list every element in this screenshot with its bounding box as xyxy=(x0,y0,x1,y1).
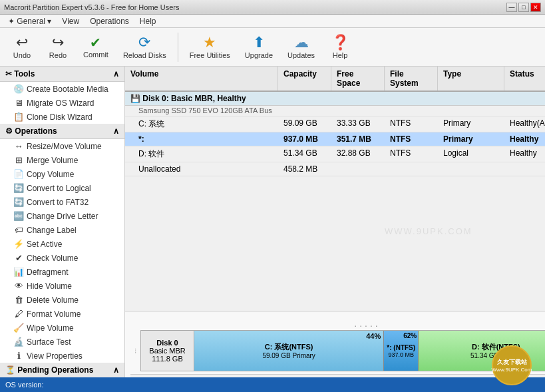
sidebar-item-format-volume[interactable]: 🖊 Format Volume xyxy=(0,307,124,321)
help-icon: ❓ xyxy=(331,35,349,50)
undo-icon: ↩ xyxy=(16,35,28,50)
bootable-icon: 💿 xyxy=(13,84,24,94)
td-capacity-star: 937.0 MB xyxy=(278,132,331,146)
td-volume-d: D: 软件 xyxy=(125,146,278,162)
sidebar-item-convert-logical[interactable]: 🔄 Convert to Logical xyxy=(0,181,124,195)
window-controls: — □ ✕ xyxy=(506,3,541,12)
sidebar-item-merge[interactable]: ⊞ Merge Volume xyxy=(0,153,124,167)
sidebar-item-migrate-os[interactable]: 🖥 Migrate OS Wizard xyxy=(0,96,124,110)
upgrade-icon: ⬆ xyxy=(253,35,265,50)
undo-button[interactable]: ↩ Undo xyxy=(5,32,39,63)
td-volume-star: *: xyxy=(125,132,278,146)
td-filesystem-unalloc xyxy=(385,162,438,176)
tools-header[interactable]: ✂ Tools ∧ xyxy=(0,67,124,82)
menu-bar: ✦ General ▾ View Operations Help xyxy=(0,15,545,28)
disk0-size: 111.8 GB xyxy=(152,355,182,363)
redo-button[interactable]: ↪ Redo xyxy=(41,32,75,63)
td-volume-unalloc: Unallocated xyxy=(125,162,278,176)
utilities-button[interactable]: ★ Free Utilities xyxy=(184,32,236,63)
left-vertical-dots: ··· xyxy=(130,348,140,353)
set-active-icon: ⚡ xyxy=(13,239,24,249)
maximize-button[interactable]: □ xyxy=(518,3,529,12)
dots-separator: ..... xyxy=(130,318,545,329)
disk0-name: Disk 0 xyxy=(156,339,178,347)
toolbar-separator xyxy=(178,33,178,62)
watermark-badge: 久友下载站 Www.9UPK.Com xyxy=(492,345,532,385)
reload-button[interactable]: ⟳ Reload Disks xyxy=(117,32,172,63)
tools-section: ✂ Tools ∧ 💿 Create Bootable Media 🖥 Migr… xyxy=(0,67,124,124)
resize-icon: ↔ xyxy=(13,141,24,151)
title-text: Macrorit Partition Expert v5.3.6 - Free … xyxy=(4,3,179,11)
th-volume: Volume xyxy=(125,67,278,91)
format-volume-icon: 🖊 xyxy=(13,309,24,319)
sidebar-item-hide-volume[interactable]: 👁 Hide Volume xyxy=(0,279,124,293)
disk-part-c-label: C: 系统(NTFS) xyxy=(265,342,313,352)
table-row[interactable]: C: 系统 59.09 GB 33.33 GB NTFS Primary Hea… xyxy=(125,116,545,132)
disk0-subheader: Samsung SSD 750 EVO 120GB ATA Bus xyxy=(125,106,545,116)
reload-icon: ⟳ xyxy=(138,35,150,50)
td-type-unalloc xyxy=(438,162,504,176)
convert-logical-icon: 🔄 xyxy=(13,183,24,193)
th-filesystem: File System xyxy=(385,67,438,91)
operations-collapse-icon: ∧ xyxy=(113,126,119,136)
sidebar-item-defragment[interactable]: 📊 Defragment xyxy=(0,265,124,279)
operations-section: ⚙ Operations ∧ ↔ Resize/Move Volume ⊞ Me… xyxy=(0,124,124,363)
watermark-url: Www.9UPK.Com xyxy=(492,367,532,373)
close-button[interactable]: ✕ xyxy=(530,3,541,12)
sidebar-item-change-label[interactable]: 🏷 Change Label xyxy=(0,223,124,237)
operations-header[interactable]: ⚙ Operations ∧ xyxy=(0,124,124,139)
view-props-icon: ℹ xyxy=(13,351,24,361)
sidebar-item-create-bootable[interactable]: 💿 Create Bootable Media xyxy=(0,82,124,96)
main-layout: ✂ Tools ∧ 💿 Create Bootable Media 🖥 Migr… xyxy=(0,67,545,377)
table-header: Volume Capacity Free Space File System T… xyxy=(125,67,545,92)
th-type: Type xyxy=(438,67,504,91)
tools-collapse-icon: ∧ xyxy=(113,69,119,79)
sidebar-item-surface-test[interactable]: 🔬 Surface Test xyxy=(0,335,124,349)
menu-help[interactable]: Help xyxy=(134,15,162,27)
disk-partition-star[interactable]: 62% *: (NTFS) 937.0 MB xyxy=(384,331,419,371)
disk-part-c-detail: 59.09 GB Primary xyxy=(262,352,315,359)
td-filesystem-star: NTFS xyxy=(385,132,438,146)
minimize-button[interactable]: — xyxy=(506,3,517,12)
os-version-text: OS version: xyxy=(5,381,43,389)
sidebar-item-convert-fat32[interactable]: 🔄 Convert to FAT32 xyxy=(0,195,124,209)
table-row[interactable]: *: 937.0 MB 351.7 MB NTFS Primary Health… xyxy=(125,132,545,146)
disk0-type: Basic MBR xyxy=(149,347,185,355)
upgrade-button[interactable]: ⬆ Upgrade xyxy=(239,32,279,63)
sidebar: ✂ Tools ∧ 💿 Create Bootable Media 🖥 Migr… xyxy=(0,67,125,377)
sidebar-item-set-active[interactable]: ⚡ Set Active xyxy=(0,237,124,251)
td-freespace-unalloc xyxy=(331,162,385,176)
sidebar-item-check-volume[interactable]: ✔ Check Volume xyxy=(0,251,124,265)
menu-view[interactable]: View xyxy=(57,15,85,27)
updates-button[interactable]: ☁ Updates xyxy=(281,32,321,63)
th-freespace: Free Space xyxy=(331,67,385,91)
commit-button[interactable]: ✔ Commit xyxy=(77,33,114,62)
sidebar-item-copy[interactable]: 📄 Copy Volume xyxy=(0,167,124,181)
watermark-site: 久友下载站 xyxy=(497,358,527,367)
menu-general[interactable]: ✦ General ▾ xyxy=(3,15,57,27)
sidebar-item-view-properties[interactable]: ℹ View Properties xyxy=(0,349,124,363)
table-row[interactable]: Unallocated 458.2 MB xyxy=(125,162,545,176)
status-bar: OS version: 久友下载站 Www.9UPK.Com xyxy=(0,377,545,392)
td-capacity-unalloc: 458.2 MB xyxy=(278,162,331,176)
pending-ops-header[interactable]: ⏳ Pending Operations ∧ xyxy=(0,363,124,377)
sidebar-item-change-letter[interactable]: 🔤 Change Drive Letter xyxy=(0,209,124,223)
content-area: Volume Capacity Free Space File System T… xyxy=(125,67,545,377)
td-status-star: Healthy xyxy=(504,132,545,146)
sidebar-item-wipe-volume[interactable]: 🧹 Wipe Volume xyxy=(0,321,124,335)
operations-header-icon: ⚙ Operations xyxy=(5,126,57,136)
sidebar-item-resize[interactable]: ↔ Resize/Move Volume xyxy=(0,139,124,153)
td-status-unalloc xyxy=(504,162,545,176)
wipe-volume-icon: 🧹 xyxy=(13,323,24,333)
disk-part-star-label: *: (NTFS) xyxy=(387,344,415,351)
sidebar-item-clone-disk[interactable]: 📋 Clone Disk Wizard xyxy=(0,110,124,124)
td-type-d: Logical xyxy=(438,146,504,162)
help-button[interactable]: ❓ Help xyxy=(323,32,357,63)
menu-operations[interactable]: Operations xyxy=(85,15,134,27)
updates-icon: ☁ xyxy=(294,35,309,50)
sidebar-item-delete-volume[interactable]: 🗑 Delete Volume xyxy=(0,293,124,307)
disk-partition-c[interactable]: C: 系统(NTFS) 59.09 GB Primary 44% xyxy=(194,331,384,371)
check-volume-icon: ✔ xyxy=(13,253,24,263)
pending-ops-collapse-icon: ∧ xyxy=(113,365,119,375)
table-row[interactable]: D: 软件 51.34 GB 32.88 GB NTFS Logical Hea… xyxy=(125,146,545,162)
